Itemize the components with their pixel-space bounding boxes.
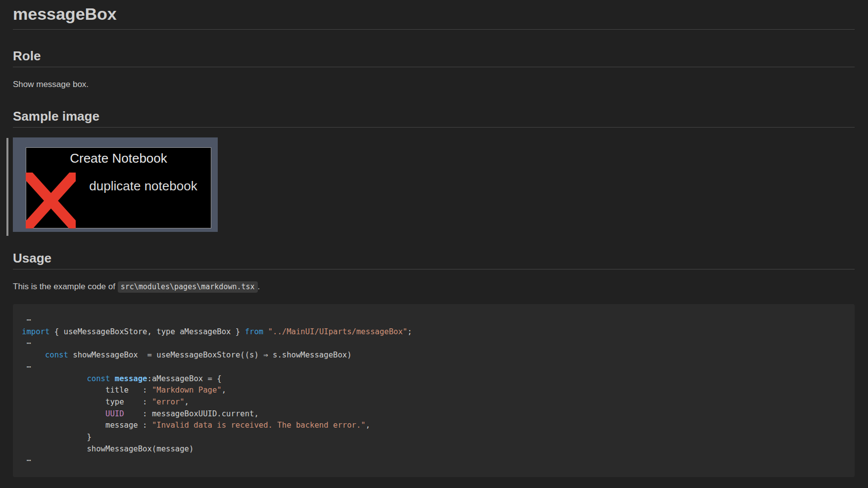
page-title: messageBox xyxy=(13,0,855,30)
active-line-indicator xyxy=(6,138,8,236)
section-heading-sample-image: Sample image xyxy=(13,109,855,128)
role-text: Show message box. xyxy=(13,79,855,90)
usage-code-block: ⋯ import { useMessageBoxStore, type aMes… xyxy=(13,304,855,477)
usage-intro-prefix: This is the example code of xyxy=(13,282,118,291)
inline-code-path: src\modules\pages\markdown.tsx xyxy=(118,281,258,293)
section-heading-role: Role xyxy=(13,48,855,67)
messagebox-preview: Create Notebook duplicate notebook xyxy=(26,147,211,228)
sample-image-row: Create Notebook duplicate notebook xyxy=(13,137,855,232)
sample-image: Create Notebook duplicate notebook xyxy=(13,137,218,232)
usage-intro: This is the example code of src\modules\… xyxy=(13,281,855,292)
messagebox-body-text: duplicate notebook xyxy=(76,178,211,194)
usage-code: ⋯ import { useMessageBoxStore, type aMes… xyxy=(22,315,412,465)
messagebox-title-text: Create Notebook xyxy=(26,150,211,166)
section-heading-usage: Usage xyxy=(13,251,855,269)
red-x-icon xyxy=(26,173,76,228)
usage-intro-suffix: . xyxy=(258,282,260,291)
